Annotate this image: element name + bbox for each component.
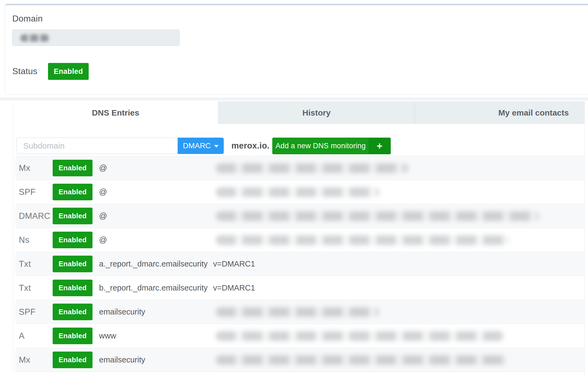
- dns-value: [213, 300, 379, 324]
- status-badge[interactable]: Enabled: [53, 184, 92, 200]
- status-label: Status: [12, 66, 37, 76]
- dns-type: SPF: [19, 300, 36, 324]
- dns-value: [213, 180, 379, 204]
- status-badge[interactable]: Enabled: [53, 304, 92, 320]
- table-row[interactable]: Mx Enabled emailsecurity: [15, 348, 585, 372]
- status-badge[interactable]: Enabled: [53, 160, 92, 176]
- dns-type: Txt: [19, 252, 31, 276]
- add-dns-monitoring-label: Add a new DNS monitoring: [273, 138, 369, 154]
- dns-subdomain: @: [99, 180, 107, 204]
- dns-type: Txt: [19, 276, 31, 300]
- table-row-partial: [15, 372, 585, 375]
- subdomain-input[interactable]: [16, 138, 178, 154]
- status-badge[interactable]: Enabled: [53, 256, 92, 272]
- dns-subdomain: @: [99, 228, 107, 252]
- table-row[interactable]: Ns Enabled @: [15, 228, 585, 252]
- redacted-domain-value: [20, 34, 50, 42]
- redacted-value: [216, 211, 539, 221]
- dns-value: [213, 324, 503, 348]
- table-row[interactable]: Txt Enabled a._report._dmarc.emailsecuri…: [15, 252, 585, 276]
- dns-subdomain: emailsecurity: [99, 300, 145, 324]
- plus-icon: +: [369, 138, 390, 154]
- redacted-value: [216, 163, 408, 173]
- redacted-value: [216, 307, 379, 317]
- dns-value: [213, 228, 511, 252]
- redacted-value: [216, 355, 507, 365]
- domain-label: Domain: [12, 14, 43, 24]
- dns-subdomain: emailsecurity: [99, 348, 145, 372]
- tab-dns-entries[interactable]: DNS Entries: [13, 102, 218, 124]
- redacted-value: [216, 331, 503, 341]
- dns-subdomain: b._report._dmarc.emailsecurity: [99, 276, 208, 300]
- domain-suffix-text: merox.io.: [231, 138, 270, 154]
- dns-type: A: [19, 324, 25, 348]
- tab-my-email-contacts-label: My email contacts: [498, 108, 569, 117]
- tab-my-email-contacts[interactable]: My email contacts: [415, 102, 585, 124]
- redacted-value: [216, 235, 511, 245]
- dns-type: Ns: [19, 228, 29, 252]
- tab-dns-entries-label: DNS Entries: [92, 108, 139, 117]
- table-row[interactable]: SPF Enabled emailsecurity: [15, 300, 585, 324]
- dns-entries-table: Mx Enabled @ SPF Enabled @ DMARC Enabled…: [15, 156, 585, 375]
- status-badge[interactable]: Enabled: [53, 352, 92, 368]
- dns-card: DNS Entries History My email contacts DM…: [13, 102, 585, 375]
- redacted-value: [216, 187, 379, 197]
- record-type-dropdown-label: DMARC: [183, 141, 211, 150]
- domain-status-badge[interactable]: Enabled: [48, 63, 89, 80]
- dns-type: SPF: [19, 180, 36, 204]
- record-type-dropdown[interactable]: DMARC: [178, 138, 224, 154]
- dns-value: v=DMARC1: [213, 276, 255, 300]
- dns-type: Mx: [19, 348, 30, 372]
- dns-type: Mx: [19, 156, 30, 180]
- dns-type: DMARC: [19, 204, 50, 228]
- table-row[interactable]: Txt Enabled b._report._dmarc.emailsecuri…: [15, 276, 585, 300]
- dns-subdomain: @: [99, 204, 107, 228]
- dns-subdomain: a._report._dmarc.emailsecurity: [99, 252, 208, 276]
- tab-bar: DNS Entries History My email contacts: [13, 102, 585, 124]
- dns-subdomain: @: [99, 156, 107, 180]
- dns-value: [213, 348, 507, 372]
- dns-value: [213, 204, 539, 228]
- domain-card: Domain Status Enabled: [5, 4, 588, 95]
- table-row[interactable]: A Enabled www: [15, 324, 585, 348]
- status-badge[interactable]: Enabled: [53, 232, 92, 248]
- tab-history[interactable]: History: [218, 102, 415, 124]
- table-row[interactable]: DMARC Enabled @: [15, 204, 585, 228]
- status-badge[interactable]: Enabled: [53, 280, 92, 296]
- tab-history-label: History: [302, 108, 330, 117]
- dns-subdomain: www: [99, 324, 116, 348]
- table-row[interactable]: Mx Enabled @: [15, 156, 585, 180]
- status-badge[interactable]: Enabled: [53, 328, 92, 344]
- domain-field[interactable]: [12, 30, 180, 46]
- dns-monitoring-page: { "domain_section": { "domain_label": "D…: [0, 0, 588, 375]
- table-row[interactable]: SPF Enabled @: [15, 180, 585, 204]
- add-dns-monitoring-button[interactable]: Add a new DNS monitoring +: [272, 138, 391, 154]
- chevron-down-icon: [214, 145, 219, 147]
- dns-value: v=DMARC1: [213, 252, 255, 276]
- dns-value: [213, 156, 408, 180]
- status-badge[interactable]: Enabled: [53, 208, 92, 224]
- section-divider: [0, 98, 588, 101]
